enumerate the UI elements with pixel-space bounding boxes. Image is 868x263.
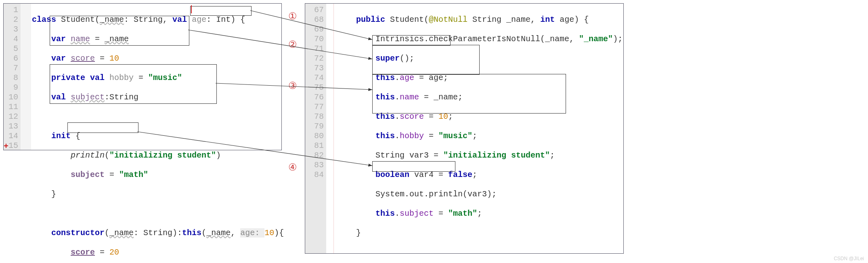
- line-number: 67: [305, 5, 324, 15]
- field: subject: [400, 209, 434, 218]
- hint: age:: [240, 228, 264, 238]
- line-number: 11: [4, 102, 18, 112]
- text: _name;: [434, 93, 463, 102]
- string: "math": [448, 209, 477, 218]
- right-gutter: 67 68 69 70 71 72 73 74 75 76 77 78 79 8…: [305, 4, 326, 253]
- brace: }: [356, 228, 361, 238]
- paren: (: [201, 228, 206, 238]
- fn: println: [71, 151, 105, 160]
- field: score: [400, 112, 424, 121]
- text: =: [434, 209, 448, 218]
- line-number: 70: [305, 34, 324, 44]
- number: 10: [438, 112, 448, 121]
- paren: (: [105, 228, 109, 238]
- field: hobby: [400, 131, 424, 141]
- number: 20: [109, 248, 119, 257]
- cursor: [191, 5, 192, 13]
- keyword: var: [51, 34, 66, 44]
- keyword: var: [51, 54, 66, 63]
- prop: score: [71, 54, 95, 63]
- keyword: val: [172, 15, 187, 24]
- prop: name: [71, 34, 90, 44]
- prop: score: [71, 248, 95, 257]
- paren: (: [424, 15, 429, 24]
- ref: _name: [206, 228, 231, 238]
- keyword: val: [51, 93, 66, 102]
- text: : String):: [134, 228, 182, 238]
- sp: [66, 93, 71, 102]
- text: String var3 =: [375, 151, 443, 160]
- text: =: [419, 93, 434, 102]
- text: : Int) {: [206, 15, 245, 24]
- line-number: 77: [305, 102, 324, 112]
- number: 10: [264, 228, 274, 238]
- line-number: 83: [305, 160, 324, 170]
- annotation-3: ③: [288, 80, 297, 91]
- param: _name: [109, 228, 134, 238]
- line-number: 7: [4, 63, 18, 73]
- semi: ;: [477, 209, 482, 218]
- ctor: Student: [390, 15, 424, 24]
- right-code[interactable]: public Student(@NotNull String _name, in…: [337, 5, 623, 263]
- left-gutter: 1 2 3 4 5 6 7 8 9 10 11 12 13 14 15: [4, 4, 21, 150]
- line-number: 8: [4, 73, 18, 83]
- dot: .: [395, 112, 400, 121]
- right-editor-pane: 67 68 69 70 71 72 73 74 75 76 77 78 79 8…: [305, 3, 624, 254]
- left-editor-pane: 1 2 3 4 5 6 7 8 9 10 11 12 13 14 15 clas…: [3, 3, 282, 150]
- prop: subject: [71, 170, 105, 179]
- paren: ){: [274, 228, 284, 238]
- string: "initializing student": [443, 151, 550, 160]
- text: System.out.println(var3);: [375, 189, 497, 199]
- line-number: 12: [4, 112, 18, 122]
- line-number: 82: [305, 151, 324, 160]
- text: ,: [231, 228, 240, 238]
- text: :String: [105, 93, 138, 102]
- line-number: 78: [305, 112, 324, 122]
- semi: ;: [472, 131, 477, 141]
- sp: [385, 15, 390, 24]
- text: String _name,: [468, 15, 540, 24]
- keyword: this: [375, 131, 395, 141]
- text: age;: [429, 73, 448, 82]
- line-number: 76: [305, 93, 324, 102]
- line-number: 4: [4, 34, 18, 44]
- keyword: this: [375, 112, 395, 121]
- brace: {: [71, 131, 80, 141]
- keyword: class: [32, 15, 56, 24]
- line-number: 80: [305, 131, 324, 141]
- watermark: CSDN @JILei: [834, 256, 864, 261]
- line-number: 84: [305, 170, 324, 180]
- sp: [187, 15, 192, 24]
- line-number: 5: [4, 44, 18, 54]
- prop: subject: [71, 93, 105, 102]
- annotation-2: ②: [288, 39, 297, 50]
- keyword: this: [375, 73, 395, 82]
- text: );: [613, 34, 623, 44]
- line-number: 72: [305, 54, 324, 63]
- line-number: 79: [305, 122, 324, 131]
- line-number: 1: [4, 5, 18, 15]
- ref: _name: [105, 34, 129, 44]
- line-number: 6: [4, 54, 18, 63]
- keyword: private val: [51, 73, 105, 82]
- string: "_name": [579, 34, 613, 44]
- text: : String,: [124, 15, 172, 24]
- keyword: init: [51, 131, 71, 141]
- keyword: public: [356, 15, 385, 24]
- number: 10: [109, 54, 119, 63]
- annotation-1: ①: [288, 11, 297, 22]
- semi: ;: [550, 151, 555, 160]
- string: "math": [119, 170, 148, 179]
- page-root: { "left": { "lines": ["1","2","3","4","5…: [0, 0, 868, 263]
- text: Intrinsics.checkParameterIsNotNull(_name…: [375, 34, 579, 44]
- text: =: [424, 131, 438, 141]
- left-code[interactable]: class Student(_name: String, val age: In…: [32, 5, 284, 263]
- left-fold-stripe: [21, 4, 31, 150]
- param: age: [192, 15, 206, 24]
- dot: .: [395, 131, 400, 141]
- prop: hobby: [109, 73, 134, 82]
- line-number: 69: [305, 25, 324, 34]
- field: name: [400, 93, 419, 102]
- param: _name: [100, 15, 124, 24]
- keyword: int: [540, 15, 555, 24]
